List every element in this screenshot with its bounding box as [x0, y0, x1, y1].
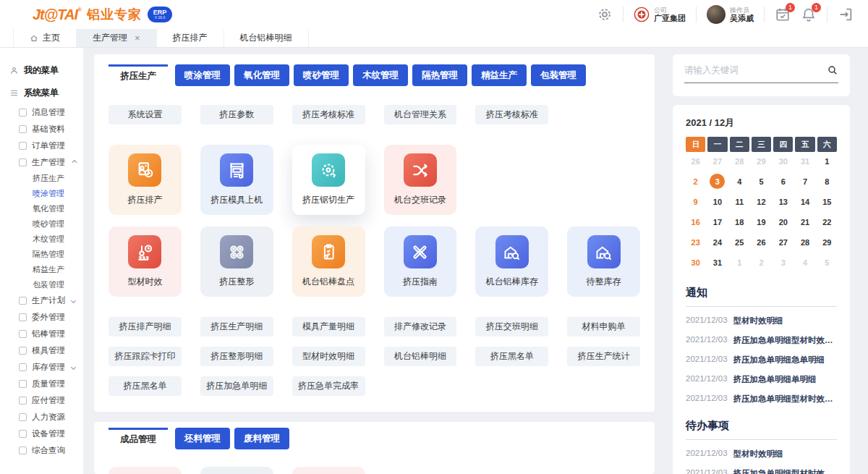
notice-item[interactable]: 2021/12/03 挤压加急单明细型材时效明细	[686, 335, 837, 346]
calendar-day[interactable]: 22	[817, 213, 837, 231]
calendar-day[interactable]: 29	[817, 233, 837, 251]
sidebar-item[interactable]: 质量管理	[0, 376, 83, 392]
notice-item[interactable]: 2021/12/03 挤压加急单明细单明细	[686, 374, 837, 385]
calendar-day[interactable]: 5	[817, 253, 837, 271]
sidebar-section-my-menu[interactable]: 我的菜单	[0, 59, 83, 82]
sidebar-item[interactable]: 铝棒管理	[0, 326, 83, 342]
notice-item[interactable]: 2021/12/03 型材时效明细	[686, 316, 837, 326]
calendar-day[interactable]: 9	[686, 192, 705, 211]
profile-aging-card[interactable]: 型材时效	[109, 227, 182, 297]
cropped-card[interactable]	[200, 467, 273, 474]
calendar-day[interactable]: 31	[707, 253, 727, 271]
calendar-day[interactable]: 28	[730, 152, 749, 170]
calendar-day[interactable]: 12	[752, 192, 771, 211]
sidebar-item[interactable]: 模具管理	[0, 342, 83, 359]
pending-inventory-card[interactable]: 待整库存	[567, 227, 640, 297]
notice-item[interactable]: 2021/12/03 挤压加急单明细急单明细	[686, 355, 837, 365]
tool-button[interactable]: 挤压考核标准	[475, 105, 548, 124]
calendar-day[interactable]: 2	[752, 253, 771, 271]
report-button[interactable]: 挤压排产明细	[109, 317, 182, 337]
calendar-day[interactable]: 27	[773, 233, 793, 251]
calendar-day[interactable]: 1	[817, 152, 837, 170]
notice-item[interactable]: 2021/12/03 挤压加急单明细型材时效明细	[686, 394, 837, 405]
todo-item[interactable]: 2021/12/03 型材时效明细	[686, 449, 837, 460]
sidebar-item[interactable]: 订单管理	[0, 137, 83, 154]
module-tab[interactable]: 喷涂管理	[175, 64, 230, 86]
calendar-day[interactable]: 21	[795, 213, 814, 231]
operator-info[interactable]: 操作员 吴添威	[707, 5, 754, 24]
calendar-day[interactable]: 30	[686, 253, 705, 271]
search-input[interactable]	[684, 65, 827, 75]
calendar-day[interactable]: 23	[686, 233, 705, 251]
logout-icon[interactable]	[838, 7, 854, 22]
calendar-day[interactable]: 18	[730, 213, 749, 231]
notifications-button[interactable]: 1	[801, 7, 817, 22]
report-button[interactable]: 挤压生产明细	[200, 317, 273, 337]
module-tab[interactable]: 隔热管理	[412, 64, 467, 86]
report-button[interactable]: 材料申购单	[567, 317, 640, 337]
tab-extrusion-scheduling[interactable]: 挤压排产	[157, 29, 224, 47]
tab-production-management[interactable]: 生产管理 ×	[77, 29, 157, 47]
calendar-day[interactable]: 1	[730, 253, 749, 271]
module-tab[interactable]: 废料管理	[234, 428, 289, 449]
calendar-day[interactable]: 4	[730, 172, 749, 190]
calendar-day[interactable]: 6	[773, 172, 793, 190]
sidebar-item[interactable]: 生产计划	[0, 292, 83, 309]
sidebar-subitem[interactable]: 氧化管理	[0, 201, 83, 216]
calendar-day[interactable]: 4	[795, 253, 814, 271]
sidebar-item[interactable]: 基础资料	[0, 121, 83, 137]
calendar-day[interactable]: 31	[795, 152, 814, 170]
module-tab[interactable]: 成品管理	[109, 428, 168, 449]
sidebar-section-system-menu[interactable]: 系统菜单	[0, 82, 83, 104]
sidebar-item[interactable]: 库存管理	[0, 359, 83, 376]
tool-button[interactable]: 挤压考核标准	[292, 105, 365, 124]
report-button[interactable]: 挤压生产统计	[567, 347, 640, 366]
module-tab[interactable]: 氧化管理	[234, 64, 289, 86]
extrusion-scheduling-card[interactable]: 挤压排产	[109, 145, 182, 215]
report-button[interactable]: 模具产量明细	[292, 317, 365, 337]
report-button[interactable]: 型材时效明细	[292, 347, 365, 366]
calendar-day[interactable]: 11	[730, 192, 749, 211]
sidebar-subitem[interactable]: 木纹管理	[0, 232, 83, 247]
calendar-day[interactable]: 7	[795, 172, 814, 190]
calendar-day[interactable]: 29	[752, 152, 771, 170]
module-tab[interactable]: 坯料管理	[175, 428, 230, 449]
report-button[interactable]: 挤压交班明细	[475, 317, 548, 337]
sidebar-item[interactable]: 生产管理	[0, 154, 83, 171]
search-icon[interactable]	[827, 64, 838, 76]
tab-home[interactable]: 主页	[13, 29, 77, 47]
module-tab[interactable]: 包装管理	[531, 64, 586, 86]
company-info[interactable]: 公司 广亚集团	[634, 7, 686, 23]
shift-record-card[interactable]: 机台交班记录	[384, 145, 457, 215]
calendar-day[interactable]: 26	[752, 233, 771, 251]
report-button[interactable]: 挤压黑名单	[475, 347, 548, 366]
sidebar-subitem[interactable]: 包装管理	[0, 277, 83, 292]
tab-machine-rod-detail[interactable]: 机台铝棒明细	[224, 29, 309, 47]
report-button[interactable]: 挤压黑名单	[109, 376, 182, 396]
calendar-day[interactable]: 15	[817, 192, 837, 211]
close-icon[interactable]: ×	[135, 33, 140, 43]
calendar-day[interactable]: 10	[707, 192, 727, 211]
tool-button[interactable]: 系统设置	[109, 105, 182, 124]
sidebar-subitem[interactable]: 喷涂管理	[0, 186, 83, 201]
gear-icon[interactable]	[597, 7, 613, 22]
report-button[interactable]: 挤压跟踪卡打印	[109, 347, 182, 366]
rod-stocktake-card[interactable]: 机台铝棒盘点	[292, 227, 365, 297]
module-tab[interactable]: 木纹管理	[353, 64, 408, 86]
calendar-day[interactable]: 17	[707, 213, 727, 231]
tool-button[interactable]: 机台管理关系	[384, 105, 457, 124]
sidebar-item[interactable]: 应付管理	[0, 392, 83, 409]
calendar-day[interactable]: 2	[686, 172, 705, 190]
rod-inventory-card[interactable]: 机台铝棒库存	[475, 227, 548, 297]
cropped-card[interactable]	[109, 467, 182, 474]
extrusion-guide-card[interactable]: 挤压指南	[384, 227, 457, 297]
sidebar-subitem[interactable]: 挤压生产	[0, 171, 83, 186]
calendar-day[interactable]: 25	[730, 233, 749, 251]
calendar-day[interactable]: 3	[707, 172, 727, 190]
report-button[interactable]: 排产修改记录	[384, 317, 457, 337]
calendar-day[interactable]: 30	[773, 152, 793, 170]
cropped-card[interactable]	[292, 467, 365, 474]
report-button[interactable]: 挤压整形明细	[200, 347, 273, 366]
saw-cutting-card[interactable]: 挤压锯切生产	[292, 145, 365, 215]
calendar-day[interactable]: 16	[686, 213, 705, 231]
